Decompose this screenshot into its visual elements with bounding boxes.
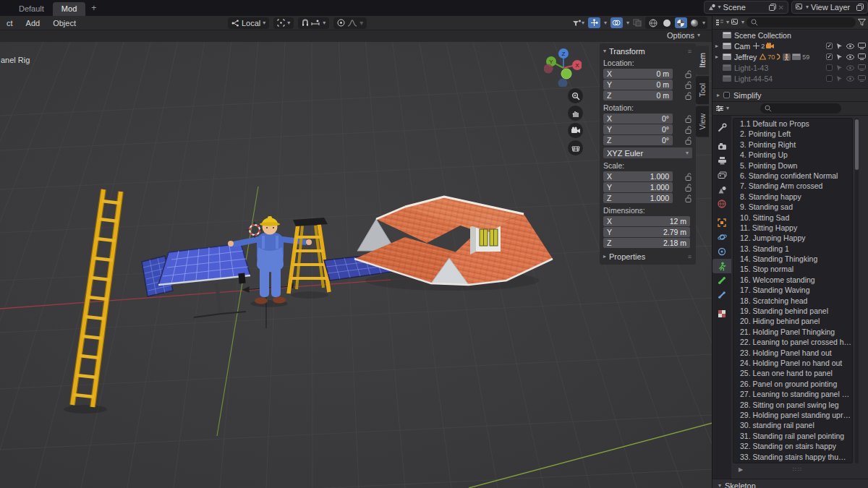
outliner-row-light-1-43[interactable]: Light-1-43 (712, 62, 868, 73)
scale-z-field[interactable]: Z1.000 (603, 193, 673, 203)
workspace-tab-mod[interactable]: Mod (53, 2, 85, 16)
extension-ladder[interactable] (72, 189, 121, 407)
viewport-menu-item[interactable]: Add (21, 17, 46, 29)
pose-list-item[interactable]: 16. Welcome standing (733, 275, 852, 285)
cursor-icon[interactable] (836, 43, 843, 50)
new-view-layer-icon[interactable] (856, 4, 864, 11)
pole-solar-panel[interactable] (158, 244, 250, 317)
pose-list-item[interactable]: 32. Standing on stairs happy (733, 441, 852, 451)
options-dropdown[interactable]: Options ▾ (667, 31, 700, 40)
properties-subpanel[interactable]: ▸ Properties ≡ (603, 252, 692, 261)
shading-wireframe-button[interactable] (647, 17, 660, 28)
viewport-menu-item[interactable]: Object (48, 17, 81, 29)
pose-list-item[interactable]: 7. Standing Arm crossed (733, 181, 852, 191)
scale-x-field[interactable]: X1.000 (603, 171, 673, 181)
pose-list-item[interactable]: 31. Standing rail panel pointing (733, 431, 852, 441)
navigation-gizmo[interactable]: Z Y X (544, 45, 582, 87)
collapse-icon[interactable]: ▾ (603, 48, 606, 54)
lock-icon[interactable] (685, 70, 692, 78)
shading-rendered-button[interactable] (689, 17, 701, 28)
pose-list-item[interactable]: 18. Scratching head (733, 296, 852, 306)
pose-list-item[interactable]: 5. Pointing Down (733, 160, 852, 171)
pose-list-item[interactable]: 3. Pointing Right (733, 140, 852, 150)
outliner-row-jeffrey[interactable]: ▸ Jeffrey 70 59 ✓ (712, 51, 868, 62)
cursor-icon[interactable] (836, 75, 843, 82)
pose-list-item[interactable]: 24. Holding Panel no hand out (733, 358, 852, 368)
pose-list-item[interactable]: 25. Lean one hand to panel (733, 368, 852, 378)
camera-view-button[interactable] (568, 123, 583, 138)
expand-icon[interactable]: ▶ (739, 466, 743, 473)
tab-bone-constraint[interactable] (713, 288, 731, 302)
cursor-icon[interactable] (836, 53, 843, 61)
orthographic-toggle-button[interactable] (568, 140, 583, 155)
lock-icon[interactable] (685, 81, 692, 89)
pose-list-item[interactable]: 14. Standing Thingking (733, 254, 852, 264)
outliner-row-scene-collection[interactable]: Scene Collection (712, 30, 868, 40)
rotation-z-field[interactable]: Z0° (603, 135, 673, 145)
view-layer-selector[interactable]: ▾ View Layer (791, 1, 868, 14)
pose-list-item[interactable]: 6. Standing confident Normal (733, 171, 852, 181)
pose-list-item[interactable]: 21. Holding Panel Thingking (733, 327, 852, 337)
sidebar-tab-item[interactable]: Item (696, 46, 709, 74)
render-visibility-icon[interactable] (858, 43, 866, 49)
gizmos-toggle[interactable] (588, 17, 600, 28)
lock-icon[interactable] (685, 173, 692, 181)
lock-icon[interactable] (685, 92, 692, 100)
sidebar-tab-tool[interactable]: Tool (696, 76, 709, 104)
pan-button[interactable] (568, 106, 583, 121)
pose-list-item[interactable]: 27. Leaning to standing panel arm cros..… (733, 389, 852, 399)
proportional-editing-controls[interactable]: ▾ (333, 17, 367, 29)
viewport-menu-item[interactable]: ct (1, 17, 18, 29)
tab-physics[interactable] (713, 230, 731, 244)
unlink-scene-icon[interactable]: ✕ (778, 4, 784, 12)
pose-list-item[interactable]: 13. Standing 1 (733, 244, 852, 254)
lock-icon[interactable] (685, 184, 692, 192)
tab-constraints[interactable] (713, 244, 731, 259)
rotation-y-field[interactable]: Y0° (603, 124, 673, 134)
pose-list-item[interactable]: 22. Leaning to panel crossed hand (733, 337, 852, 347)
dimensions-y-field[interactable]: Y2.79 m (603, 227, 690, 237)
pose-list-item[interactable]: 17. Standing Waving (733, 285, 852, 295)
pose-list-item[interactable]: 10. Sitting Sad (733, 213, 852, 223)
pose-list-item[interactable]: 20. Hiding behind panel (733, 316, 852, 326)
transform-orientation-dropdown[interactable]: Local ▾ (228, 17, 269, 29)
outliner-search-input[interactable] (746, 17, 856, 27)
pose-list-item[interactable]: 29. Holding panel standing upright (733, 410, 852, 420)
new-scene-icon[interactable] (769, 4, 776, 11)
overlays-toggle[interactable] (610, 17, 623, 28)
scale-y-field[interactable]: Y1.000 (603, 182, 673, 192)
zoom-button[interactable] (568, 88, 583, 103)
render-visibility-icon[interactable] (858, 64, 866, 71)
filter-icon[interactable] (858, 19, 866, 26)
selectability-checkbox[interactable]: ✓ (826, 43, 833, 49)
tab-object[interactable] (713, 215, 731, 230)
pose-list-item[interactable]: 15. Stop normal (733, 264, 852, 274)
pose-list-item[interactable]: 23. Holding Panel hand out (733, 348, 852, 358)
panel-grip[interactable]: ≡ (688, 48, 692, 55)
render-visibility-icon[interactable] (858, 53, 866, 60)
simplify-checkbox[interactable] (723, 92, 730, 98)
pose-list-item[interactable]: 33. Standing stairs happy thumbs (733, 452, 852, 462)
lock-icon[interactable] (685, 126, 692, 134)
dimensions-x-field[interactable]: X12 m (603, 216, 690, 226)
location-x-field[interactable]: X0 m (603, 69, 673, 79)
tab-scene[interactable] (713, 182, 731, 197)
properties-search-input[interactable] (760, 103, 841, 114)
lock-icon[interactable] (685, 115, 692, 123)
snap-controls[interactable]: ▾ (298, 17, 329, 29)
location-z-field[interactable]: Z0 m (603, 90, 673, 100)
editor-type-dropdown[interactable] (715, 105, 724, 112)
pose-list-scrollbar[interactable] (855, 118, 859, 463)
pose-list-item[interactable]: 19. Standing behind panel (733, 306, 852, 316)
tab-world[interactable] (713, 197, 731, 211)
outliner-display-mode-dropdown[interactable] (715, 19, 724, 26)
cursor-icon[interactable] (836, 64, 843, 72)
scrollbar-thumb[interactable] (855, 119, 859, 170)
outliner-row-cam[interactable]: ▸ Cam 2 ✓ (712, 40, 868, 51)
tab-render[interactable] (713, 139, 731, 153)
pose-list-item[interactable]: 8. Standing happy (733, 192, 852, 202)
pose-list-item[interactable]: 11. Sitting Happy (733, 223, 852, 233)
expand-icon[interactable]: ▸ (715, 43, 723, 49)
tab-output[interactable] (713, 153, 731, 168)
pose-list-item[interactable]: 2. Pointing Left (733, 129, 852, 139)
